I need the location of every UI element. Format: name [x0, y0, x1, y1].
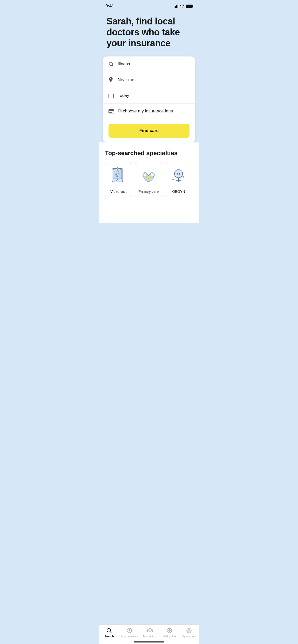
specialties-grid: Video visit Primary care [105, 162, 193, 197]
battery-icon [186, 5, 193, 8]
svg-point-23 [174, 170, 183, 178]
date-field[interactable]: Today [103, 88, 195, 104]
hero-title: Sarah, find local doctors who take your … [106, 16, 192, 49]
svg-point-19 [117, 168, 118, 169]
location-field[interactable]: Near me [103, 72, 195, 88]
wifi-icon [180, 4, 184, 8]
svg-point-22 [149, 176, 150, 176]
search-icon [109, 62, 114, 67]
svg-line-1 [112, 65, 113, 66]
location-icon [109, 77, 114, 83]
specialty-video-visit-label: Video visit [110, 189, 127, 194]
location-value: Near me [118, 77, 134, 82]
primary-care-icon [138, 166, 159, 186]
svg-point-14 [116, 173, 119, 177]
specialty-obgyn-label: OBGYN [172, 189, 185, 194]
status-bar: 9:41 [99, 0, 199, 11]
signal-icon [174, 4, 178, 8]
svg-point-25 [179, 173, 180, 174]
svg-point-29 [173, 180, 174, 180]
svg-rect-2 [109, 94, 113, 98]
svg-point-16 [118, 174, 118, 175]
svg-rect-13 [117, 170, 118, 173]
obgyn-icon [168, 166, 189, 186]
date-value: Today [118, 93, 129, 98]
status-time: 9:41 [105, 4, 114, 9]
bottom-section: Top-searched specialties [99, 142, 199, 223]
specialty-primary-care[interactable]: Primary care [135, 162, 162, 197]
specialty-primary-care-label: Primary care [139, 189, 159, 194]
illness-field[interactable]: Illness [103, 56, 195, 72]
search-card: Illness Near me Today [103, 56, 195, 142]
illness-input: Illness [118, 62, 130, 67]
specialties-section-title: Top-searched specialties [105, 150, 193, 157]
insurance-icon [109, 109, 114, 113]
svg-point-24 [177, 173, 178, 174]
video-visit-icon [108, 166, 129, 186]
specialty-obgyn[interactable]: OBGYN [165, 162, 192, 197]
insurance-field[interactable]: I'll choose my insurance later [103, 104, 195, 119]
status-icons [174, 4, 193, 8]
insurance-value: I'll choose my insurance later [118, 109, 173, 114]
find-care-button[interactable]: Find care [109, 124, 189, 138]
svg-point-15 [116, 174, 117, 175]
hero-section: Sarah, find local doctors who take your … [99, 11, 199, 56]
specialty-video-visit[interactable]: Video visit [105, 162, 132, 197]
calendar-icon [109, 93, 114, 98]
svg-point-21 [147, 176, 148, 176]
